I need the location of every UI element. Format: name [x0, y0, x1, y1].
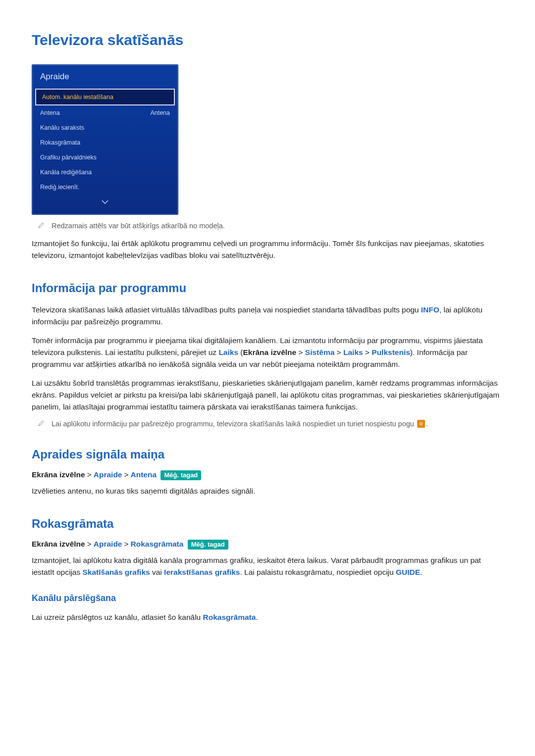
info-keyword: INFO [421, 305, 439, 314]
menu-item-value: Antena [150, 109, 170, 116]
menu-item-label: Autom. kanālu iestatīšana [42, 94, 113, 101]
menu-path: Ekrāna izvēlne>Apraide>Rokasgrāmata Mēģ.… [32, 540, 505, 550]
s2-paragraph-1: Izvēlieties antenu, no kuras tiks saņemt… [32, 485, 505, 497]
broadcast-path-segment: Apraide [94, 540, 122, 548]
text-fragment: . [256, 613, 258, 621]
menu-item-label: Rokasgrāmata [40, 139, 80, 146]
time-keyword: Laiks [218, 348, 238, 356]
guide-path-segment: Rokasgrāmata [131, 540, 184, 548]
menu-item-antenna: Antena Antena [34, 105, 176, 120]
menu-item-label: Rediģ.iecienīt. [40, 184, 79, 191]
text-fragment: . [426, 420, 428, 428]
text-fragment: > [296, 348, 305, 356]
chevron-down-icon [101, 200, 109, 204]
s3-paragraph-1: Izmantojiet, lai aplūkotu katra digitālā… [32, 554, 505, 578]
menu-item-label: Kanāla rediģēšana [40, 169, 92, 176]
note-text: Redzamais attēls var būt atšķirīgs atkar… [52, 222, 225, 230]
pencil-icon [38, 420, 45, 427]
menu-item-edit-channel: Kanāla rediģēšana [34, 165, 176, 180]
try-now-button[interactable]: Mēģ. tagad [188, 540, 228, 550]
menu-item-label: Grafiku pārvaldnieks [40, 154, 97, 161]
menu-item-channel-list: Kanālu saraksts [34, 120, 176, 135]
menu-path: Ekrāna izvēlne>Apraide>Antena Mēģ. tagad [32, 470, 505, 480]
screen-menu-keyword: Ekrāna izvēlne [243, 348, 296, 356]
remote-button-icon [417, 420, 425, 428]
broadcast-menu-header: Apraide [32, 65, 178, 87]
screen-menu-path-segment: Ekrāna izvēlne [32, 540, 85, 548]
broadcast-path-segment: Apraide [94, 470, 122, 479]
text-fragment: Lai aplūkotu informāciju par pašreizējo … [52, 420, 416, 428]
page-title: Televizora skatīšanās [32, 32, 505, 49]
heading-programme-info: Informācija par programmu [32, 281, 505, 295]
menu-item-auto-tuning: Autom. kanālu iestatīšana [35, 89, 175, 105]
text-fragment: > [363, 348, 372, 356]
menu-more-below [34, 195, 176, 210]
menu-item-guide: Rokasgrāmata [34, 135, 176, 150]
heading-channel-switching: Kanālu pārslēgšana [32, 593, 505, 604]
intro-paragraph: Izmantojiet šo funkciju, lai ērtāk aplūk… [32, 238, 505, 261]
note-icon [38, 222, 45, 229]
text-fragment: Lai uzreiz pārslēgtos uz kanālu, atlasie… [32, 613, 203, 621]
heading-change-broadcast-signal: Apraides signāla maiņa [32, 448, 505, 461]
s1-paragraph-3: Lai uzsāktu šobrīd translētās programmas… [32, 377, 505, 413]
screen-menu-path-segment: Ekrāna izvēlne [32, 470, 85, 479]
clock-keyword: Pulkstenis [372, 348, 410, 356]
time-keyword-2: Laiks [343, 348, 363, 356]
broadcast-menu-screenshot: Apraide Autom. kanālu iestatīšana Antena… [32, 64, 178, 215]
s1-paragraph-2: Tomēr informācija par programmu ir pieej… [32, 335, 505, 370]
text-fragment: . Lai palaistu rokasgrāmatu, nospiediet … [240, 568, 396, 576]
record-schedule-keyword: Ierakstīšanas grafiks [164, 568, 240, 576]
guide-button-keyword: GUIDE [396, 568, 420, 576]
menu-item-schedule-manager: Grafiku pārvaldnieks [34, 150, 176, 165]
note-icon [38, 420, 45, 427]
menu-item-label: Kanālu saraksts [40, 124, 84, 131]
system-keyword: Sistēma [305, 348, 334, 356]
text-fragment: . [420, 568, 422, 576]
view-schedule-keyword: Skatīšanās grafiks [83, 568, 150, 576]
try-now-button[interactable]: Mēģ. tagad [160, 470, 201, 480]
pencil-icon [38, 222, 45, 229]
text-fragment: vai [150, 568, 164, 576]
heading-guide: Rokasgrāmata [32, 517, 505, 531]
guide-keyword: Rokasgrāmata [203, 613, 256, 621]
s3-sub-paragraph: Lai uzreiz pārslēgtos uz kanālu, atlasie… [32, 611, 505, 623]
menu-item-label: Antena [40, 109, 60, 116]
text-fragment: Televizora skatīšanas laikā atlasiet vir… [32, 305, 421, 314]
menu-item-edit-favourites: Rediģ.iecienīt. [34, 180, 176, 195]
note-text: Lai aplūkotu informāciju par pašreizējo … [52, 420, 428, 428]
s1-paragraph-1: Televizora skatīšanas laikā atlasiet vir… [32, 304, 505, 328]
text-fragment: > [334, 348, 343, 356]
antenna-path-segment: Antena [131, 470, 157, 479]
